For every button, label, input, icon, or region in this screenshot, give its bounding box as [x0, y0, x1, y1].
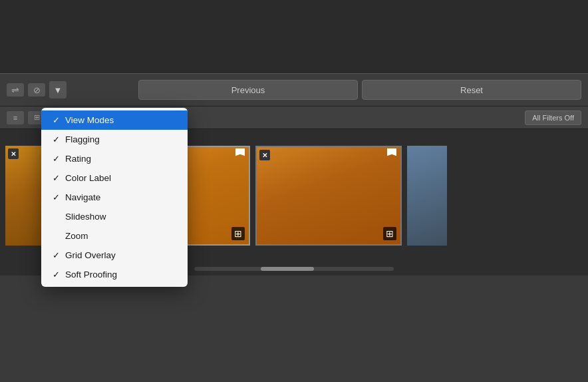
menu-item-flagging[interactable]: ✓ Flagging	[41, 130, 188, 149]
menu-item-zoom[interactable]: Zoom	[41, 226, 188, 246]
check-icon-flagging: ✓	[51, 134, 61, 144]
film-thumb-3	[407, 146, 447, 246]
adjust-icon: ⇌	[7, 83, 24, 96]
toolbar: ⇌ ⊘ ▼ Previous Reset	[0, 73, 588, 106]
zoom-badge-2: ⊞	[383, 227, 396, 240]
flag-icon-1	[235, 148, 245, 159]
menu-label-flagging: Flagging	[65, 134, 100, 144]
toolbar-action-buttons: Previous Reset	[138, 80, 581, 100]
view-modes-chevron[interactable]: ▼	[49, 81, 67, 98]
toolbar-left: ⇌ ⊘ ▼	[7, 81, 133, 98]
filter-icon-1: ≡	[7, 111, 24, 124]
reset-button[interactable]: Reset	[362, 80, 581, 100]
menu-item-slideshow[interactable]: Slideshow	[41, 207, 188, 226]
menu-item-soft-proofing[interactable]: ✓ Soft Proofing	[41, 265, 188, 284]
all-filters-button[interactable]: All Filters Off	[525, 110, 581, 125]
menu-item-view-modes[interactable]: ✓ View Modes	[41, 110, 188, 130]
menu-item-navigate[interactable]: ✓ Navigate	[41, 188, 188, 207]
zoom-badge-1: ⊞	[231, 227, 245, 240]
top-panel	[0, 0, 588, 73]
menu-label-rating: Rating	[65, 154, 91, 164]
check-icon-view-modes: ✓	[51, 115, 61, 125]
film-thumb-2: ✕ ⊞	[255, 146, 402, 246]
menu-label-color-label: Color Label	[65, 173, 111, 183]
view-modes-dropdown: ✓ View Modes ✓ Flagging ✓ Rating ✓ Color…	[41, 108, 188, 287]
reject-badge-0: ✕	[8, 148, 19, 159]
film-cell-3[interactable]	[407, 146, 447, 246]
menu-item-color-label[interactable]: ✓ Color Label	[41, 168, 188, 188]
check-icon-rating: ✓	[51, 154, 61, 164]
menu-label-grid-overlay: Grid Overlay	[65, 250, 116, 260]
crop-icon: ⊘	[28, 83, 45, 96]
check-icon-navigate: ✓	[51, 192, 61, 202]
menu-item-grid-overlay[interactable]: ✓ Grid Overlay	[41, 246, 188, 265]
check-icon-soft-proofing: ✓	[51, 270, 61, 280]
chevron-down-icon: ▼	[54, 85, 63, 95]
previous-button[interactable]: Previous	[138, 80, 358, 100]
check-icon-grid-overlay: ✓	[51, 250, 61, 260]
menu-item-rating[interactable]: ✓ Rating	[41, 149, 188, 168]
menu-label-navigate: Navigate	[65, 192, 100, 202]
filter-icons: ≡ ⊞	[7, 111, 45, 124]
menu-label-view-modes: View Modes	[65, 115, 114, 125]
film-cell-2[interactable]: ✕ ⊞	[255, 146, 402, 246]
flag-icon-2	[387, 148, 396, 159]
menu-label-soft-proofing: Soft Proofing	[65, 270, 117, 280]
scrollbar-thumb[interactable]	[261, 267, 314, 271]
check-icon-color-label: ✓	[51, 173, 61, 183]
menu-label-slideshow: Slideshow	[65, 212, 106, 222]
menu-label-zoom: Zoom	[65, 231, 88, 241]
reject-badge-2: ✕	[259, 150, 270, 160]
scrollbar-track	[194, 267, 394, 271]
